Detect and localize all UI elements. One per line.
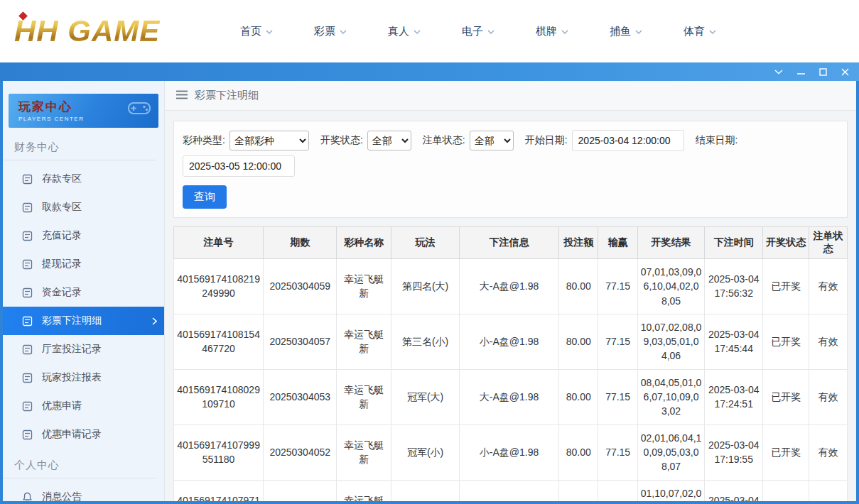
sidebar-item-label: 取款专区 — [42, 201, 82, 214]
nav-item-home[interactable]: 首页 — [240, 25, 273, 38]
start-date-input[interactable] — [572, 130, 684, 151]
table-cell: 401569174108219249990 — [174, 259, 264, 314]
sidebar-item-label: 充值记录 — [42, 229, 82, 242]
sidebar-item-label: 提现记录 — [42, 258, 82, 270]
sidebar-item-lottery-bet-details[interactable]: 彩票下注明细 — [3, 307, 164, 335]
table-row: 40156917410815446772020250304057幸运飞艇新第三名… — [174, 314, 848, 369]
nav-item-label: 首页 — [240, 25, 261, 38]
table-cell: 80.00 — [559, 480, 598, 501]
table-row: 40156917410802910971020250304053幸运飞艇新冠军(… — [174, 369, 848, 424]
table-cell: 大-A盘@1.98 — [459, 259, 558, 314]
sidebar-item-withdraw-records[interactable]: 提现记录 — [3, 250, 164, 278]
table-cell: 有效 — [809, 480, 847, 501]
content-body: 彩种类型: 全部彩种 开奖状态: 全部 注单状态: 全部 开始日期: 结束日期: — [165, 111, 856, 501]
chevron-down-icon — [414, 30, 421, 34]
nav-item-label: 彩票 — [314, 25, 335, 38]
sidebar-item-promo-apply-records[interactable]: 优惠申请记录 — [3, 420, 164, 449]
sidebar-item-funds-records[interactable]: 资金记录 — [3, 278, 164, 307]
chevron-down-icon[interactable] — [774, 69, 783, 75]
table-cell: 77.15 — [598, 259, 638, 314]
table-cell: 77.15 — [598, 369, 638, 424]
nav-item-lottery[interactable]: 彩票 — [314, 25, 347, 38]
table-cell: 401569174107971354780 — [174, 480, 264, 501]
minimize-icon[interactable] — [797, 68, 805, 75]
nav-item-board[interactable]: 棋牌 — [536, 25, 568, 38]
table-cell: 20250304059 — [264, 259, 337, 314]
order-status-label: 注单状态: — [423, 134, 465, 147]
table-row: 40156917410821924999020250304059幸运飞艇新第四名… — [174, 259, 848, 314]
gamepad-icon — [127, 99, 151, 119]
funds-record-icon — [22, 287, 33, 298]
table-cell: 2025-03-04 17:24:51 — [704, 369, 762, 424]
end-date-input[interactable] — [183, 155, 295, 177]
table-body: 40156917410821924999020250304059幸运飞艇新第四名… — [174, 259, 848, 502]
page-title: 彩票下注明细 — [195, 89, 259, 102]
hamburger-menu-icon[interactable] — [176, 89, 188, 102]
nav-item-sports[interactable]: 体育 — [684, 25, 716, 38]
table-cell: 10,07,02,08,09,03,05,01,04,06 — [638, 314, 705, 369]
table-cell: 2025-03-04 17:15:13 — [704, 480, 762, 501]
top-header: HH GAME 首页彩票真人电子棋牌捕鱼体育 — [0, 0, 859, 62]
table-cell: 已开奖 — [763, 480, 809, 501]
withdraw-icon — [22, 202, 33, 213]
table-cell: -80.00 — [598, 480, 638, 501]
table-cell: 401569174108154467720 — [174, 314, 264, 369]
table-cell: 2025-03-04 17:19:55 — [704, 424, 762, 480]
draw-status-select[interactable]: 全部 — [367, 131, 411, 150]
lottery-type-select[interactable]: 全部彩种 — [229, 131, 309, 150]
sidebar-item-label: 消息公告 — [42, 491, 82, 503]
sidebar-section-label: 财务中心 — [3, 131, 156, 160]
search-button[interactable]: 查询 — [183, 185, 227, 209]
table-cell: 77.15 — [598, 314, 638, 369]
sidebar-item-recharge-records[interactable]: 充值记录 — [3, 221, 164, 250]
table-cell: 已开奖 — [763, 259, 809, 314]
sidebar-item-deposit-zone[interactable]: 存款专区 — [3, 165, 164, 193]
sidebar-item-label: 玩家投注报表 — [42, 371, 102, 384]
sidebar-item-message-board[interactable]: 消息公告 — [3, 483, 164, 504]
table-cell: 80.00 — [559, 424, 598, 480]
nav-item-live[interactable]: 真人 — [388, 25, 421, 38]
nav-item-label: 棋牌 — [536, 25, 557, 38]
table-cell: 401569174107999551180 — [174, 424, 264, 480]
nav-item-fishing[interactable]: 捕鱼 — [610, 25, 642, 38]
column-header: 开奖结果 — [638, 227, 705, 259]
chevron-down-icon — [487, 30, 495, 34]
sidebar-item-hall-bet-records[interactable]: 厅室投注记录 — [3, 335, 164, 363]
table-cell: 有效 — [809, 424, 847, 480]
maximize-icon[interactable] — [819, 68, 827, 76]
nav-item-slots[interactable]: 电子 — [462, 25, 495, 38]
table-cell: 已开奖 — [763, 314, 809, 369]
lottery-type-label: 彩种类型: — [183, 134, 225, 147]
table-cell: 20250304051 — [264, 480, 337, 501]
table-cell: 大-A盘@1.98 — [459, 480, 558, 501]
sidebar-item-player-bet-report[interactable]: 玩家投注报表 — [3, 363, 164, 392]
column-header: 彩种名称 — [337, 227, 391, 259]
table-cell: 幸运飞艇新 — [337, 424, 391, 480]
bell-icon — [22, 492, 33, 503]
order-status-select[interactable]: 全部 — [470, 131, 514, 150]
table-cell: 冠军(大) — [391, 480, 460, 501]
nav-item-label: 电子 — [462, 25, 483, 38]
table-cell: 2025-03-04 17:45:44 — [704, 314, 762, 369]
start-date-label: 开始日期: — [525, 134, 568, 147]
chevron-down-icon — [709, 30, 716, 34]
table-cell: 小-A盘@1.98 — [459, 314, 558, 369]
sidebar-item-label: 资金记录 — [42, 286, 82, 299]
table-cell: 有效 — [809, 369, 847, 424]
table-cell: 大-A盘@1.98 — [459, 369, 558, 424]
column-header: 注单号 — [174, 227, 264, 259]
column-header: 输赢 — [598, 227, 638, 259]
nav-item-label: 真人 — [388, 25, 409, 38]
column-header: 投注额 — [559, 227, 598, 259]
sidebar: 玩家中心 PLAYERS CENTER 财务中心存款专区取款专区充值记录提现记录… — [3, 81, 165, 501]
recharge-record-icon — [22, 231, 33, 241]
sidebar-item-promo-apply[interactable]: 优惠申请 — [3, 392, 164, 420]
table-cell: 80.00 — [559, 259, 598, 314]
brand-logo[interactable]: HH GAME — [14, 14, 206, 48]
sidebar-item-withdraw-zone[interactable]: 取款专区 — [3, 193, 164, 221]
column-header: 期数 — [264, 227, 337, 259]
close-icon[interactable] — [841, 68, 849, 76]
table-cell: 77.15 — [598, 424, 638, 480]
table-cell: 有效 — [809, 259, 847, 314]
chevron-down-icon — [635, 30, 642, 34]
